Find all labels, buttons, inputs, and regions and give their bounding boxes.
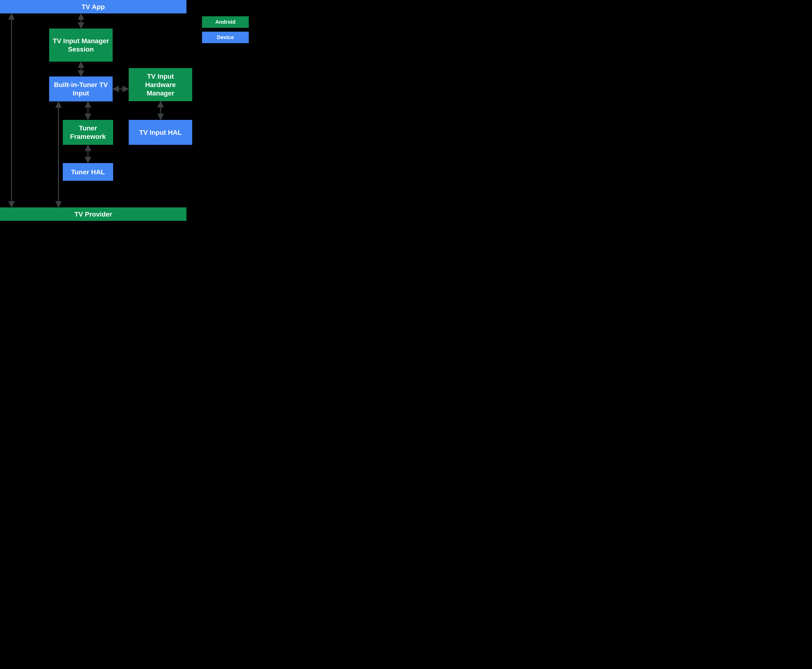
node-label: Built-in-Tuner TV Input (52, 81, 110, 97)
node-label: TV Input HAL (139, 128, 182, 137)
node-label: Tuner HAL (71, 168, 105, 176)
node-label: Tuner Framework (65, 124, 110, 141)
legend-label: Android (215, 19, 235, 25)
node-tuner-framework: Tuner Framework (63, 120, 113, 145)
legend-label: Device (217, 34, 234, 40)
node-label: TV App (82, 3, 105, 11)
node-built-in-tuner: Built-in-Tuner TV Input (49, 76, 112, 101)
node-ti-hw-manager: TV Input Hardware Manager (129, 68, 192, 101)
node-tuner-hal: Tuner HAL (63, 163, 113, 181)
node-tv-provider: TV Provider (0, 207, 186, 221)
node-label: TV Provider (74, 210, 112, 219)
node-tv-input-hal: TV Input HAL (129, 120, 192, 145)
legend-android: Android (202, 16, 249, 28)
legend-device: Device (202, 32, 249, 43)
node-label: TV Input Manager Session (52, 37, 110, 54)
node-label: TV Input Hardware Manager (132, 72, 190, 97)
node-tv-app: TV App (0, 0, 186, 13)
node-tim-session: TV Input Manager Session (49, 29, 112, 62)
